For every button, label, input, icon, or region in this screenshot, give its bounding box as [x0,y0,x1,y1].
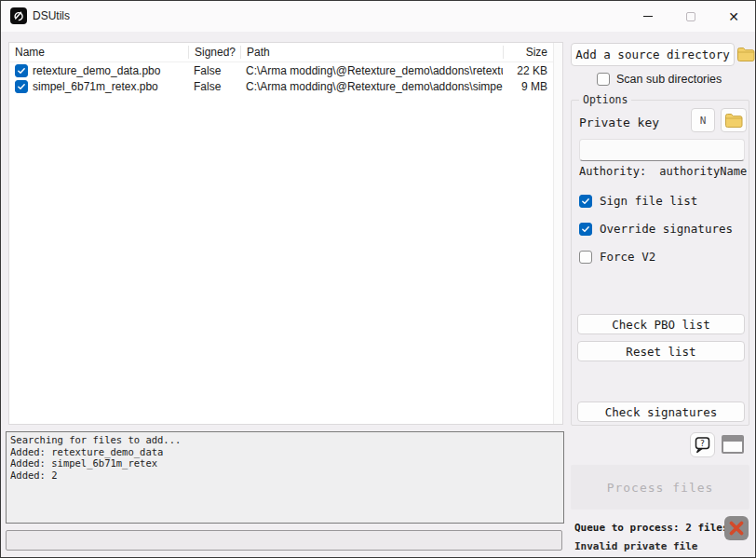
force-v2-checkbox[interactable] [579,251,592,264]
row-checkbox[interactable] [15,80,28,93]
override-signatures-label: Override signatures [600,222,733,236]
folder-icon [724,113,743,129]
private-key-browse-button[interactable] [721,108,747,132]
table-row[interactable]: simpel_6b71m_retex.pbo False C:\Arma mod… [9,78,562,94]
file-name: retexture_demo_data.pbo [33,64,160,77]
reset-list-button[interactable]: Reset list [577,341,745,361]
private-key-label: Private key [579,116,659,129]
check-pbo-list-button[interactable]: Check PBO list [577,314,745,334]
window-mode-button[interactable] [722,435,744,454]
progress-bar [6,530,562,551]
app-window: DSUtils ✕ Name Signed? Path Size retextu… [0,0,756,558]
sign-file-list-label: Sign file list [600,194,697,208]
column-header-size[interactable]: Size [503,46,553,59]
private-key-n-button[interactable]: N [691,108,715,132]
authority-label: Authority: [579,165,646,178]
table-scrollbar[interactable] [553,43,562,424]
folder-icon [736,47,755,62]
override-signatures-checkbox[interactable] [579,223,592,236]
private-key-input[interactable] [579,139,745,161]
log-line: Added: simpel_6b71m_retex [10,457,157,469]
authority-row: Authority: authorityName [579,162,747,181]
file-path: C:\Arma modding\@Retexture_demo\addons\s… [240,80,503,93]
log-line: Searching for files to add... [10,434,181,445]
sign-file-list-checkbox[interactable] [579,195,592,208]
log-output[interactable]: Searching for files to add... Added: ret… [6,431,564,524]
sign-file-list-row[interactable]: Sign file list [579,194,697,208]
app-logo-icon [10,7,27,24]
help-button[interactable]: ? [690,432,715,457]
scan-sub-directories-row[interactable]: Scan sub directories [597,73,722,86]
column-header-signed[interactable]: Signed? [188,46,240,59]
file-name: simpel_6b71m_retex.pbo [33,80,158,93]
error-status-text: Invalid private file [574,540,697,552]
file-path: C:\Arma modding\@Retexture_demo\addons\r… [240,64,503,77]
process-files-button[interactable]: Process files [571,465,749,510]
file-size: 9 MB [503,80,553,93]
queue-status-text: Queue to process: 2 files [574,522,729,534]
authority-value: authorityName [659,165,747,178]
log-line: Added: 2 [10,470,58,481]
pbo-file-table: Name Signed? Path Size retexture_demo_da… [8,42,563,425]
file-size: 22 KB [503,64,553,77]
window-title: DSUtils [33,9,70,22]
options-groupbox: Options Private key N Authority: authori… [571,100,749,426]
force-v2-row[interactable]: Force V2 [579,250,655,264]
row-checkbox[interactable] [15,64,28,77]
add-source-directory-button[interactable]: Add a source directory [571,43,735,66]
check-signatures-button[interactable]: Check signatures [577,401,745,422]
table-header: Name Signed? Path Size [9,43,562,62]
help-icon: ? [700,439,705,448]
window-icon [723,437,742,442]
column-header-path[interactable]: Path [240,46,503,59]
column-header-name[interactable]: Name [9,46,188,59]
options-panel: Add a source directory Scan sub director… [571,1,750,558]
error-x-icon [724,516,749,540]
table-row[interactable]: retexture_demo_data.pbo False C:\Arma mo… [9,62,562,78]
force-v2-label: Force V2 [600,250,655,264]
scan-sub-directories-checkbox[interactable] [597,73,610,86]
file-signed: False [188,80,240,93]
file-signed: False [188,64,240,77]
scan-sub-directories-label: Scan sub directories [616,73,722,86]
log-line: Added: retexture_demo_data [10,446,163,457]
override-signatures-row[interactable]: Override signatures [579,222,733,236]
options-group-label: Options [579,93,631,106]
